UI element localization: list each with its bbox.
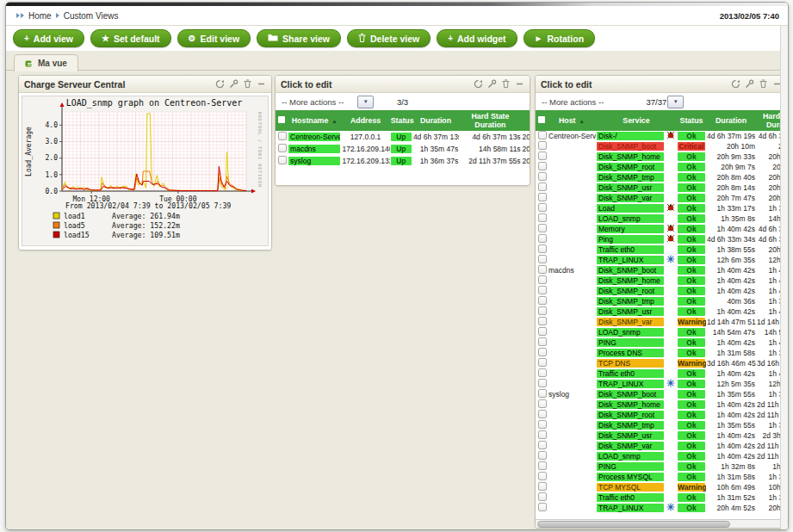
row-checkbox[interactable]	[538, 162, 547, 170]
more-actions-dropdown[interactable]: ▼	[357, 96, 374, 108]
widget-header[interactable]: Click to edit	[276, 76, 530, 93]
settings-wrench-icon[interactable]	[487, 79, 497, 89]
service-link[interactable]: Traffic eth0	[597, 493, 664, 502]
row-checkbox[interactable]	[538, 348, 547, 356]
service-link[interactable]: Disk_SNMP_tmp	[597, 421, 664, 430]
row-checkbox[interactable]	[538, 399, 547, 408]
row-checkbox[interactable]	[538, 275, 547, 284]
row-checkbox[interactable]	[538, 213, 547, 222]
service-link[interactable]: Disk-/	[597, 132, 664, 140]
service-link[interactable]: Disk_SNMP_boot	[597, 390, 664, 399]
row-checkbox[interactable]	[538, 358, 547, 367]
select-all-header[interactable]	[536, 110, 548, 131]
service-link[interactable]: TCP MYSQL	[597, 483, 664, 492]
minimize-widget-icon[interactable]	[515, 79, 524, 89]
row-checkbox[interactable]	[278, 156, 287, 164]
service-link[interactable]: Disk_SNMP_var	[597, 442, 664, 450]
minimize-widget-icon[interactable]	[257, 79, 266, 89]
set-default-button[interactable]: ★ Set default	[90, 29, 171, 47]
row-checkbox[interactable]	[538, 503, 547, 511]
service-link[interactable]: Disk_SNMP_root	[597, 163, 664, 171]
service-link[interactable]: Disk_SNMP_var	[597, 194, 664, 202]
settings-wrench-icon[interactable]	[745, 79, 754, 89]
col-duration[interactable]: Duration	[412, 110, 459, 131]
add-widget-button[interactable]: + Add widget	[437, 29, 517, 47]
row-checkbox[interactable]	[538, 368, 547, 377]
select-all-header[interactable]	[276, 110, 288, 131]
service-link[interactable]: TRAP_LINUX	[597, 256, 664, 264]
row-checkbox[interactable]	[538, 234, 547, 243]
rotation-button[interactable]: ► Rotation	[524, 29, 595, 47]
service-link[interactable]: Disk_SNMP_home	[597, 400, 664, 409]
service-link[interactable]: Disk_SNMP_home	[597, 152, 664, 161]
select-all-checkbox[interactable]	[278, 116, 285, 123]
row-checkbox[interactable]	[538, 451, 547, 460]
service-link[interactable]: Disk_SNMP_usr	[597, 183, 664, 192]
row-checkbox[interactable]	[538, 286, 547, 294]
row-checkbox[interactable]	[538, 182, 547, 191]
service-link[interactable]: Disk_SNMP_root	[597, 411, 664, 419]
col-duration[interactable]: Duration	[706, 110, 756, 131]
widget-header[interactable]: Click to edit	[536, 76, 787, 93]
services-horizontal-scrollbar[interactable]	[536, 519, 787, 528]
service-link[interactable]: Process MYSQL	[597, 473, 664, 481]
refresh-icon[interactable]	[731, 79, 740, 89]
service-link[interactable]: TRAP_LINUX	[597, 504, 664, 512]
row-checkbox[interactable]	[538, 244, 547, 253]
service-link[interactable]: Disk_SNMP_usr	[597, 431, 664, 440]
col-hard-state-duration[interactable]: Hard State Duration	[459, 110, 521, 131]
col-address[interactable]: Address	[341, 110, 389, 131]
row-checkbox[interactable]	[538, 255, 547, 263]
row-checkbox[interactable]	[538, 337, 547, 346]
row-checkbox[interactable]	[538, 461, 547, 470]
row-checkbox[interactable]	[538, 327, 547, 336]
delete-view-button[interactable]: Delete view	[347, 29, 431, 47]
service-link[interactable]: Ping	[597, 235, 664, 244]
row-checkbox[interactable]	[538, 152, 547, 160]
row-checkbox[interactable]	[278, 144, 287, 152]
host-link[interactable]: Centreon-Server	[288, 133, 340, 141]
row-checkbox[interactable]	[538, 420, 547, 429]
row-checkbox[interactable]	[538, 172, 547, 181]
service-link[interactable]: Disk_SNMP_boot	[597, 142, 664, 151]
service-link[interactable]: Disk_SNMP_root	[597, 287, 664, 295]
col-service[interactable]: Service	[596, 110, 677, 131]
host-link[interactable]: macdns	[288, 145, 340, 153]
row-checkbox[interactable]	[538, 141, 547, 150]
page-scrollbar[interactable]	[780, 26, 788, 529]
select-all-checkbox[interactable]	[538, 116, 545, 123]
row-checkbox[interactable]	[538, 441, 547, 449]
row-checkbox[interactable]	[538, 430, 547, 439]
row-checkbox[interactable]	[538, 224, 547, 232]
settings-wrench-icon[interactable]	[229, 79, 239, 89]
refresh-icon[interactable]	[215, 79, 225, 89]
tab-ma-vue[interactable]: Ma vue	[14, 54, 78, 71]
service-link[interactable]: Disk_SNMP_home	[597, 276, 664, 285]
service-link[interactable]: LOAD_snmp	[597, 214, 664, 223]
row-checkbox[interactable]	[538, 193, 547, 201]
service-link[interactable]: PING	[597, 338, 664, 347]
service-link[interactable]: Traffic eth0	[597, 369, 664, 378]
service-link[interactable]: Disk_SNMP_tmp	[597, 297, 664, 306]
service-link[interactable]: PING	[597, 462, 664, 471]
row-checkbox[interactable]	[538, 265, 547, 274]
refresh-icon[interactable]	[474, 79, 483, 89]
service-link[interactable]: Memory	[597, 225, 664, 233]
service-link[interactable]: TRAP_LINUX	[597, 380, 664, 388]
scrollbar-thumb[interactable]	[537, 521, 730, 528]
row-checkbox[interactable]	[538, 379, 547, 387]
col-host[interactable]: Host▲	[548, 110, 596, 131]
delete-widget-icon[interactable]	[501, 79, 511, 89]
row-checkbox[interactable]	[538, 317, 547, 325]
row-checkbox[interactable]	[538, 492, 547, 501]
row-checkbox[interactable]	[278, 132, 287, 140]
share-view-button[interactable]: Share view	[257, 29, 341, 47]
row-checkbox[interactable]	[538, 203, 547, 212]
widget-header[interactable]: Charge Serveur Central	[19, 76, 271, 93]
row-checkbox[interactable]	[538, 131, 547, 139]
host-link[interactable]: syslog	[288, 157, 340, 165]
service-link[interactable]: Load	[597, 204, 664, 213]
service-link[interactable]: Disk_SNMP_var	[597, 318, 664, 326]
service-link[interactable]: Process DNS	[597, 349, 664, 357]
row-checkbox[interactable]	[538, 472, 547, 480]
